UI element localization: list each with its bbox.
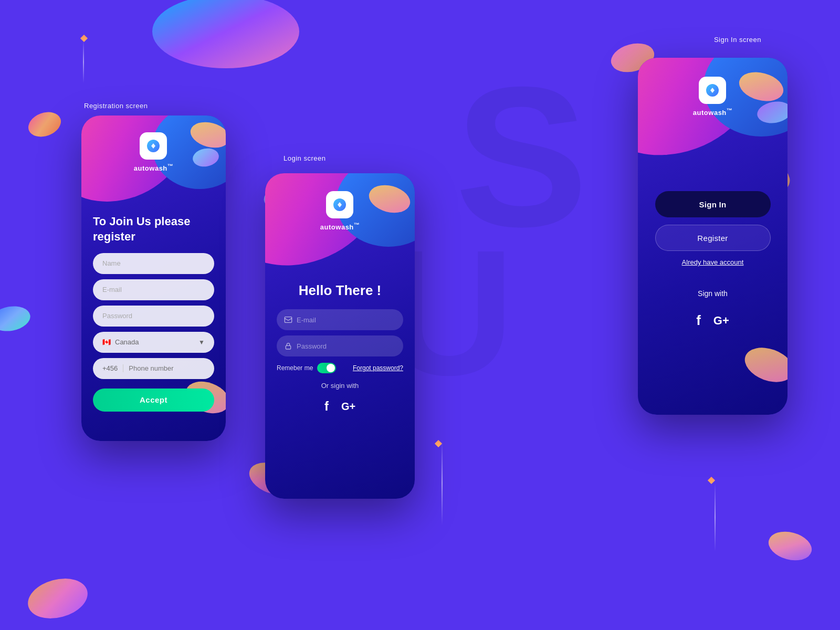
svg-point-21 [743,346,788,383]
signin-app-name: autowash™ [693,107,732,117]
signin-logo-icon [699,77,726,104]
lock-icon [284,342,292,350]
login-password-input[interactable] [297,342,396,350]
accept-button[interactable]: Accept [93,388,214,412]
login-logo: autowash™ [320,191,360,231]
register-button[interactable]: Register [655,225,771,251]
name-input[interactable] [93,253,214,274]
vline-right [715,483,716,551]
facebook-icon-login[interactable]: f [324,399,329,414]
registration-headline: To Join Us please register [93,214,214,244]
login-app-name: autowash™ [320,222,360,231]
name-field-wrap [93,253,214,274]
login-email-wrap [277,309,403,330]
sign-with-text: Sign with [698,289,728,298]
registration-content: autowash™ To Join Us please register 🇨🇦 … [81,116,226,441]
phone-input[interactable] [129,364,217,372]
remember-label: Remeber me [277,364,313,372]
screens-container: Registration screen [0,0,840,630]
signin-button[interactable]: Sign In [655,191,771,217]
login-password-wrap [277,335,403,356]
country-select[interactable]: 🇨🇦 Canada ▼ Canada United States [93,332,214,353]
login-screen-label: Login screen [284,154,326,162]
email-input-reg[interactable] [93,279,214,300]
login-content: autowash™ Hello There ! [265,173,415,499]
remember-row: Remeber me Forgot password? [277,363,403,373]
facebook-icon-signin[interactable]: f [696,312,701,329]
registration-logo-icon [140,132,167,160]
svg-rect-17 [286,346,290,350]
google-icon-login[interactable]: G+ [341,401,355,413]
registration-phone: autowash™ To Join Us please register 🇨🇦 … [81,116,226,441]
forgot-password-link[interactable]: Forgot password? [353,364,403,372]
registration-logo: autowash™ [134,132,173,172]
email-icon [284,316,292,324]
vline-left [83,41,84,83]
signin-social-icons: f G+ [696,312,729,329]
signin-screen-label: Sign In screen [714,36,761,44]
google-icon-signin[interactable]: G+ [713,314,729,328]
remember-wrap: Remeber me [277,363,336,373]
registration-screen-label: Registration screen [84,102,148,110]
login-email-input[interactable] [297,316,396,324]
login-greeting: Hello There ! [299,282,381,299]
remember-toggle[interactable] [317,363,336,373]
email-field-wrap-reg [93,279,214,300]
login-phone: autowash™ Hello There ! [265,173,415,499]
svg-rect-16 [285,317,291,323]
vline-mid [442,441,443,525]
signin-logo: autowash™ [693,77,732,117]
or-signin-text: Or sigin with [321,382,359,390]
signin-content: autowash™ Sign In Register Alredy have a… [638,58,788,415]
phone-prefix: +456 [102,364,123,372]
password-input-reg[interactable] [93,306,214,327]
password-field-wrap-reg [93,306,214,327]
toggle-knob [327,364,335,372]
phone-field-wrap: +456 [93,358,214,379]
login-logo-icon [326,191,353,218]
registration-app-name: autowash™ [134,163,173,172]
signin-phone: autowash™ Sign In Register Alredy have a… [638,58,788,415]
login-social-icons: f G+ [324,399,355,414]
already-account-link[interactable]: Alredy have account [682,258,744,266]
